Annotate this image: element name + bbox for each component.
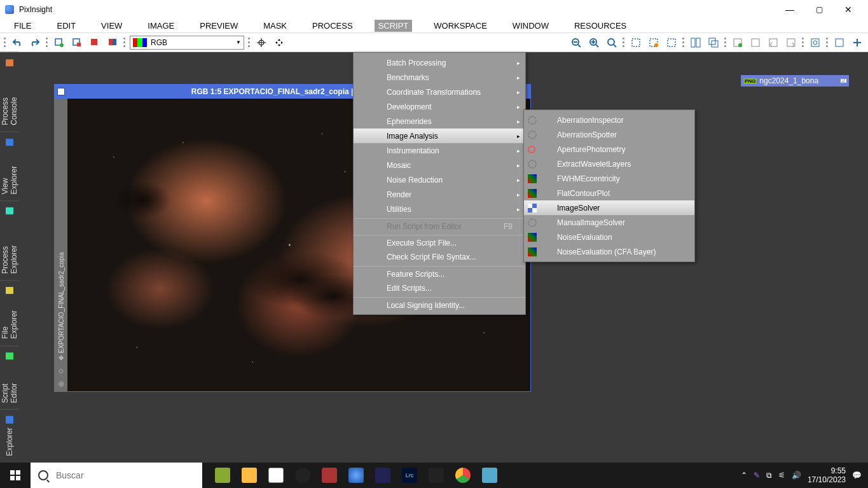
crosshair-icon[interactable]: ✥ bbox=[57, 353, 65, 362]
redo-geom-button[interactable] bbox=[784, 36, 798, 50]
window-minimize-button[interactable] bbox=[775, 0, 804, 19]
readout-button[interactable] bbox=[808, 36, 822, 50]
task-icon-stellarium[interactable] bbox=[290, 463, 315, 488]
menu-item-extractwaveletlayers[interactable]: ExtractWaveletLayers bbox=[524, 157, 694, 171]
menu-resources[interactable]: RESOURCES bbox=[570, 20, 630, 32]
tray-feather-icon[interactable]: ✎ bbox=[754, 471, 760, 480]
menu-item-manualimagesolver[interactable]: ManualImageSolver bbox=[524, 215, 694, 230]
menu-process[interactable]: PROCESS bbox=[308, 20, 357, 32]
pan-tool-button[interactable] bbox=[272, 36, 286, 50]
menu-item-check-script-file-syntax-[interactable]: Check Script File Syntax... bbox=[354, 249, 525, 264]
task-icon-desktop[interactable] bbox=[477, 463, 502, 488]
menu-item-flatcontourplot[interactable]: FlatContourPlot bbox=[524, 186, 694, 200]
menu-item-edit-scripts-[interactable]: Edit Scripts... bbox=[354, 281, 525, 295]
mask-button[interactable] bbox=[70, 36, 84, 50]
task-icon-lightroom[interactable]: Lrc bbox=[397, 463, 422, 488]
zoom-in-button[interactable] bbox=[587, 36, 601, 50]
crop-icon[interactable]: ◇ bbox=[57, 366, 65, 375]
menu-item-mosaic[interactable]: Mosaic bbox=[354, 158, 525, 172]
undo-geom-button[interactable] bbox=[766, 36, 780, 50]
crosshair-tool-button[interactable] bbox=[254, 36, 268, 50]
menu-item-noiseevaluation-cfa-bayer-[interactable]: NoiseEvaluation (CFA Bayer) bbox=[524, 244, 694, 259]
new-image-button[interactable] bbox=[52, 36, 66, 50]
menu-item-feature-scripts-[interactable]: Feature Scripts... bbox=[354, 266, 525, 281]
start-button[interactable] bbox=[0, 463, 31, 488]
window-cascade-button[interactable] bbox=[706, 36, 720, 50]
task-icon-asiair[interactable] bbox=[317, 463, 342, 488]
taskbar-search[interactable] bbox=[31, 463, 202, 488]
menu-item-batch-processing[interactable]: Batch Processing bbox=[354, 55, 525, 70]
task-icon-notepadpp[interactable] bbox=[210, 463, 235, 488]
menu-item-instrumentation[interactable]: Instrumentation bbox=[354, 143, 525, 158]
panel-tab-process-console[interactable]: Process Console bbox=[0, 52, 19, 132]
crop-button-1[interactable] bbox=[629, 36, 643, 50]
panel-tab-process-explorer[interactable]: Process Explorer bbox=[0, 200, 19, 280]
menu-item-ephemerides[interactable]: Ephemerides bbox=[354, 114, 525, 129]
menu-file[interactable]: FILE bbox=[10, 20, 35, 32]
undo-button[interactable] bbox=[10, 36, 24, 50]
task-icon-file[interactable] bbox=[263, 463, 289, 488]
taskbar-search-input[interactable] bbox=[56, 470, 195, 480]
target-icon[interactable]: ◎ bbox=[57, 379, 65, 387]
panel-tab-script-editor[interactable]: Script Editor bbox=[0, 345, 19, 409]
window-maximize-button[interactable] bbox=[804, 0, 834, 19]
fullscreen-button[interactable] bbox=[832, 36, 846, 50]
menu-image[interactable]: IMAGE bbox=[144, 20, 178, 32]
menu-item-utilities[interactable]: Utilities bbox=[354, 202, 525, 216]
window-tile-button[interactable] bbox=[689, 36, 703, 50]
lock-color-button[interactable] bbox=[748, 36, 762, 50]
task-icon-astro2[interactable] bbox=[424, 463, 449, 488]
tray-chevron-icon[interactable]: ⌃ bbox=[741, 471, 747, 480]
task-icon-chrome[interactable] bbox=[450, 463, 476, 488]
menu-item-aperturephotometry[interactable]: AperturePhotometry bbox=[524, 142, 694, 157]
task-icon-pixinsight[interactable] bbox=[343, 463, 369, 488]
menu-window[interactable]: WINDOW bbox=[509, 20, 553, 32]
menu-item-run-script-from-editor: Run Script from EditorF9 bbox=[354, 218, 525, 233]
image-analysis-submenu[interactable]: AberrationInspectorAberrationSpotterAper… bbox=[523, 109, 695, 262]
zoom-out-button[interactable] bbox=[569, 36, 583, 50]
menu-item-execute-script-file-[interactable]: Execute Script File... bbox=[354, 235, 525, 249]
menu-item-noise-reduction[interactable]: Noise Reduction bbox=[354, 172, 525, 187]
menu-item-imagesolver[interactable]: ImageSolver bbox=[524, 200, 694, 215]
menu-preview[interactable]: PREVIEW bbox=[196, 20, 242, 32]
tray-notifications-icon[interactable]: 💬 bbox=[852, 471, 862, 480]
panel-tab-file-explorer[interactable]: File Explorer bbox=[0, 280, 19, 345]
stf-button-1[interactable] bbox=[88, 36, 102, 50]
menu-item-aberrationspotter[interactable]: AberrationSpotter bbox=[524, 127, 694, 142]
zoom-fit-button[interactable] bbox=[605, 36, 619, 50]
window-close-button[interactable] bbox=[834, 0, 863, 19]
menu-item-coordinate-transformations[interactable]: Coordinate Transformations bbox=[354, 85, 525, 99]
menu-item-image-analysis[interactable]: Image Analysis bbox=[354, 129, 525, 143]
menu-mask[interactable]: MASK bbox=[259, 20, 291, 32]
menu-item-render[interactable]: Render bbox=[354, 187, 525, 202]
tray-clock[interactable]: 9:55 17/10/2023 bbox=[808, 466, 846, 485]
tray-volume-icon[interactable]: 🔊 bbox=[792, 471, 801, 480]
minimized-image-icon[interactable]: PNG ngc2024_1_bona N bbox=[741, 75, 849, 87]
crop-button-3[interactable] bbox=[665, 36, 679, 50]
panel-tab-view-explorer[interactable]: View Explorer bbox=[0, 132, 19, 201]
menu-item-development[interactable]: Development bbox=[354, 99, 525, 114]
crop-button-2[interactable] bbox=[647, 36, 661, 50]
tgt-icon bbox=[528, 146, 535, 153]
stf-button-2[interactable] bbox=[106, 36, 120, 50]
tray-network-icon[interactable]: ⧉ bbox=[766, 471, 772, 480]
menu-edit[interactable]: EDIT bbox=[53, 20, 79, 32]
menu-item-aberrationinspector[interactable]: AberrationInspector bbox=[524, 113, 694, 127]
redo-button[interactable] bbox=[28, 36, 42, 50]
lock-geom-button[interactable] bbox=[731, 36, 745, 50]
script-menu[interactable]: Batch ProcessingBenchmarksCoordinate Tra… bbox=[353, 52, 526, 315]
tray-wifi-icon[interactable]: ⚟ bbox=[778, 471, 785, 480]
channel-select[interactable]: RGB ▼ bbox=[130, 36, 244, 50]
menu-item-benchmarks[interactable]: Benchmarks bbox=[354, 70, 525, 85]
panel-tab-explorer[interactable]: Explorer bbox=[0, 409, 19, 463]
expand-button[interactable] bbox=[850, 36, 864, 50]
menu-workspace[interactable]: WORKSPACE bbox=[430, 20, 491, 32]
menu-view[interactable]: VIEW bbox=[97, 20, 126, 32]
toolbar-handle-icon bbox=[4, 36, 6, 49]
menu-item-fwhmeccentricity[interactable]: FWHMEccentricity bbox=[524, 171, 694, 186]
menu-item-noiseevaluation[interactable]: NoiseEvaluation bbox=[524, 230, 694, 244]
task-icon-explorer[interactable] bbox=[237, 463, 262, 488]
task-icon-astro1[interactable] bbox=[370, 463, 396, 488]
menu-item-local-signing-identity-[interactable]: Local Signing Identity... bbox=[354, 297, 525, 312]
menu-script[interactable]: SCRIPT bbox=[375, 20, 413, 32]
